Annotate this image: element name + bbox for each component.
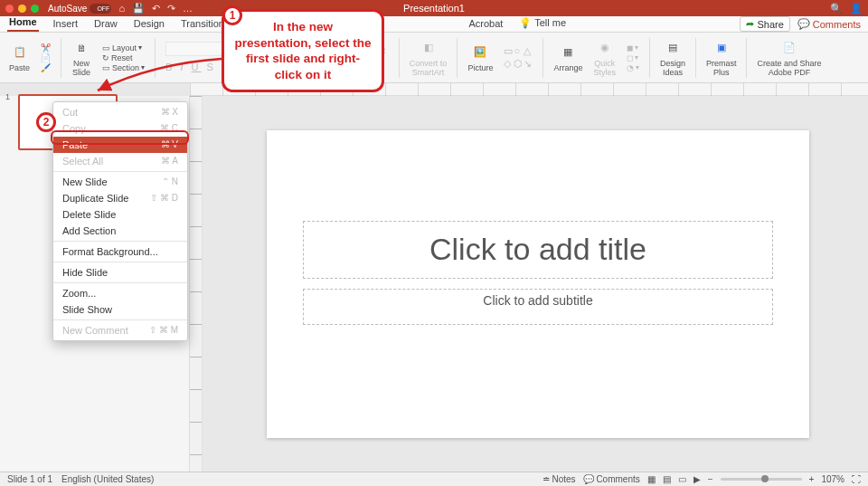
share-icon: ➦ <box>746 18 754 30</box>
ctx-format-background[interactable]: Format Background... <box>53 243 187 260</box>
close-window-icon[interactable] <box>5 5 14 13</box>
language-indicator[interactable]: English (United States) <box>61 474 154 484</box>
slide-canvas[interactable]: Click to add title Click to add subtitle <box>267 130 809 438</box>
minimize-window-icon[interactable] <box>18 5 26 13</box>
account-icon[interactable]: 👤 <box>850 3 863 14</box>
autosave-toggle[interactable]: AutoSave OFF <box>48 4 111 14</box>
tell-me[interactable]: 💡 Tell me <box>517 15 568 32</box>
copy-icon[interactable]: 📄 <box>41 53 51 62</box>
share-button[interactable]: ➦Share <box>740 16 789 32</box>
titlebar: AutoSave OFF ⌂ 💾 ↶ ↷ … Presentation1 🔍 👤 <box>0 0 868 16</box>
slide-editor: Click to add title Click to add subtitle <box>190 96 868 472</box>
shape-effects-icon[interactable]: ◔ ▾ <box>627 63 639 72</box>
clipboard-icon: 📋 <box>10 43 30 62</box>
annotation-badge-1: 1 <box>222 5 242 25</box>
layout-button[interactable]: ▭ Layout ▾ <box>102 43 142 52</box>
ctx-new-comment[interactable]: New Comment⇧ ⌘ M <box>53 322 187 338</box>
subtitle-placeholder[interactable]: Click to add subtitle <box>303 289 773 325</box>
window-controls <box>5 5 39 13</box>
titlebar-right: 🔍 👤 <box>830 3 863 14</box>
tab-acrobat[interactable]: Acrobat <box>467 16 505 32</box>
undo-icon[interactable]: ↶ <box>152 3 160 14</box>
new-slide-icon: 🗎 <box>71 38 91 58</box>
quick-access-toolbar: ⌂ 💾 ↶ ↷ … <box>118 3 193 14</box>
arrange-button[interactable]: ▦ Arrange <box>550 43 586 73</box>
sorter-view-icon[interactable]: ▤ <box>663 474 671 484</box>
title-placeholder-text: Click to add title <box>429 232 646 267</box>
thumbnail-number: 1 <box>5 92 10 101</box>
cut-icon[interactable]: ✂️ <box>41 43 51 52</box>
notes-button[interactable]: ≐ Notes <box>542 474 576 484</box>
autosave-switch[interactable]: OFF <box>90 4 111 14</box>
adobe-icon: 📄 <box>779 38 799 58</box>
redo-icon[interactable]: ↷ <box>167 3 175 14</box>
tab-draw[interactable]: Draw <box>92 16 119 32</box>
comment-icon: 💬 <box>797 18 810 30</box>
maximize-window-icon[interactable] <box>31 5 39 13</box>
adobe-pdf-button[interactable]: 📄 Create and Share Adobe PDF <box>753 38 825 78</box>
ctx-slide-show[interactable]: Slide Show <box>53 301 187 318</box>
fit-to-window-icon[interactable]: ⛶ <box>852 474 861 484</box>
ctx-select-all[interactable]: Select All⌘ A <box>53 153 187 169</box>
status-bar: Slide 1 of 1 English (United States) ≐ N… <box>0 472 868 486</box>
subtitle-placeholder-text: Click to add subtitle <box>483 293 592 308</box>
context-menu: Cut⌘ X Copy⌘ C Paste⌘ V Select All⌘ A Ne… <box>52 101 188 341</box>
zoom-slider[interactable] <box>721 478 802 481</box>
tab-home[interactable]: Home <box>7 14 39 32</box>
annotation-text: In the new presentation, select the firs… <box>235 20 372 81</box>
clipboard-small: ✂️ 📄 🖌️ <box>37 43 54 72</box>
premast-icon: ▣ <box>712 38 731 58</box>
ctx-delete-slide[interactable]: Delete Slide <box>53 206 187 223</box>
comments-pane-button[interactable]: 💬 Comments <box>583 474 640 484</box>
title-placeholder[interactable]: Click to add title <box>303 221 773 279</box>
tab-insert[interactable]: Insert <box>52 16 80 32</box>
shapes-gallery[interactable]: ▭○△◇⬡↘ <box>500 45 536 70</box>
premast-button[interactable]: ▣ Premast Plus <box>703 38 741 78</box>
format-painter-icon[interactable]: 🖌️ <box>41 63 51 72</box>
ctx-cut[interactable]: Cut⌘ X <box>53 104 187 120</box>
shape-format: ◼ ▾ ◻ ▾ ◔ ▾ <box>623 43 643 72</box>
ctx-copy[interactable]: Copy⌘ C <box>53 120 187 137</box>
ctx-paste[interactable]: Paste⌘ V <box>53 137 187 153</box>
annotation-callout: In the new presentation, select the firs… <box>222 9 384 92</box>
home-icon[interactable]: ⌂ <box>118 3 125 14</box>
zoom-in-icon[interactable]: + <box>809 474 815 484</box>
design-ideas-icon: ▤ <box>663 38 683 58</box>
reading-view-icon[interactable]: ▭ <box>678 474 686 484</box>
ctx-duplicate-slide[interactable]: Duplicate Slide⇧ ⌘ D <box>53 190 187 206</box>
ctx-add-section[interactable]: Add Section <box>53 223 187 239</box>
search-icon[interactable]: 🔍 <box>830 3 843 14</box>
autosave-label: AutoSave <box>48 4 87 14</box>
picture-button[interactable]: 🖼️ Picture <box>464 43 496 73</box>
save-icon[interactable]: 💾 <box>132 3 145 14</box>
slideshow-view-icon[interactable]: ▶ <box>693 474 701 484</box>
ctx-hide-slide[interactable]: Hide Slide <box>53 264 187 281</box>
quick-styles-button[interactable]: ◉ Quick Styles <box>590 38 619 78</box>
ctx-zoom[interactable]: Zoom... <box>53 285 187 301</box>
qat-more-icon[interactable]: … <box>183 3 193 14</box>
annotation-arrow <box>90 54 226 100</box>
arrange-icon: ▦ <box>558 43 578 62</box>
document-title: Presentation1 <box>403 3 465 14</box>
smartart-icon: ◧ <box>419 38 439 58</box>
quick-styles-icon: ◉ <box>595 38 615 58</box>
zoom-out-icon[interactable]: − <box>708 474 713 484</box>
zoom-thumb[interactable] <box>761 475 769 482</box>
ctx-new-slide[interactable]: New Slide⌃ N <box>53 174 187 190</box>
normal-view-icon[interactable]: ▦ <box>647 474 656 484</box>
slide-counter[interactable]: Slide 1 of 1 <box>7 474 52 484</box>
paste-group[interactable]: 📋 Paste <box>5 43 33 73</box>
tab-design[interactable]: Design <box>132 16 166 32</box>
annotation-badge-2: 2 <box>36 112 56 132</box>
comments-button[interactable]: 💬Comments <box>797 18 861 30</box>
design-ideas-button[interactable]: ▤ Design Ideas <box>656 38 689 78</box>
vertical-ruler <box>190 96 203 472</box>
ribbon-tabs: Home Insert Draw Design Transitions Anim… <box>0 16 868 33</box>
shape-fill-icon[interactable]: ◼ ▾ <box>627 43 638 52</box>
picture-icon: 🖼️ <box>470 43 490 62</box>
shape-outline-icon[interactable]: ◻ ▾ <box>627 53 638 62</box>
zoom-percent[interactable]: 107% <box>821 474 844 484</box>
convert-smartart[interactable]: ◧ Convert to SmartArt <box>406 38 451 78</box>
